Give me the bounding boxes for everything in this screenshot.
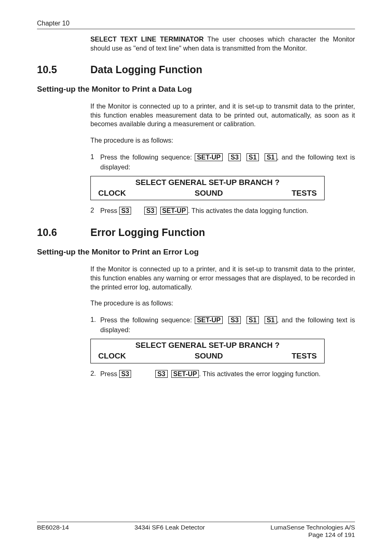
sec106-display-box: SELECT GENERAL SET-UP BRANCH ? CLOCK SOU… [90,339,325,363]
display-title: SELECT GENERAL SET-UP BRANCH ? [98,340,317,351]
sec105-step2-a: Press [100,207,119,214]
key-s3: S3 [119,370,131,378]
key-setup: SET-UP [160,207,188,215]
sec106-step1: 1. Press the following sequence: SET-UP … [90,315,355,335]
key-s1: S1 [265,153,277,161]
display-left: CLOCK [98,188,126,199]
display-mid: SOUND [195,351,223,361]
section-10-5-title: Data Logging Function [90,64,202,76]
section-10-6-number: 10.6 [37,227,90,238]
list-number: 1. [90,315,100,335]
footer-rule [37,522,355,522]
key-setup: SET-UP [195,153,223,161]
sec105-p1: If the Monitor is connected up to a prin… [90,102,355,129]
sec106-step2: 2. Press S3 S3 SET-UP. This activates th… [90,369,355,379]
sec106-step1-a: Press the following sequence: [100,316,195,324]
key-s3: S3 [119,207,131,215]
sec105-p2: The procedure is as follows: [90,136,355,145]
list-number: 1 [90,153,100,172]
sec105-step1: 1 Press the following sequence: SET-UP S… [90,153,355,172]
footer-left: BE6028-14 [37,524,69,539]
intro-lead-bold: SELECT TEXT LINE TERMINATOR [90,35,204,43]
section-10-5-sub1: Setting-up the Monitor to Print a Data L… [37,85,355,94]
header-rule [37,29,355,29]
footer-right-page: Page 124 of 191 [308,531,355,538]
key-s1: S1 [247,153,259,161]
display-title: SELECT GENERAL SET-UP BRANCH ? [98,177,317,188]
sec105-step1-a: Press the following sequence: [100,153,195,161]
sec105-step2: 2 Press S3 S3 SET-UP. This activates the… [90,206,355,215]
key-s3: S3 [228,316,241,324]
list-number: 2. [90,369,100,379]
section-10-6-sub1: Setting-up the Monitor to Print an Error… [37,247,355,257]
section-10-5-heading: 10.5 Data Logging Function [37,64,355,76]
key-setup: SET-UP [195,316,223,324]
page-footer: BE6028-14 3434i SF6 Leak Detector LumaSe… [37,522,355,539]
chapter-header: Chapter 10 [37,20,355,27]
display-right: TESTS [292,188,317,199]
sec106-step2-b: . This activates the error logging funct… [199,370,321,377]
footer-center: 3434i SF6 Leak Detector [134,524,205,539]
key-s1: S1 [247,316,259,324]
list-number: 2 [90,206,100,215]
key-setup: SET-UP [171,370,199,378]
sec105-step2-b: . This activates the data logging functi… [188,207,308,214]
footer-right-company: LumaSense Technologies A/S [270,524,355,531]
key-s3: S3 [144,207,157,215]
sec106-step2-a: Press [100,370,119,377]
section-10-6-title: Error Logging Function [90,227,205,238]
section-10-5-number: 10.5 [37,64,90,76]
section-10-6-heading: 10.6 Error Logging Function [37,227,355,238]
display-left: CLOCK [98,351,126,361]
sec105-display-box: SELECT GENERAL SET-UP BRANCH ? CLOCK SOU… [90,176,325,200]
display-mid: SOUND [195,188,223,199]
key-s3: S3 [228,153,241,161]
intro-paragraph: SELECT TEXT LINE TERMINATOR The user cho… [90,35,355,53]
key-s1: S1 [265,316,277,324]
display-right: TESTS [292,351,317,361]
key-s3: S3 [155,370,168,378]
sec106-p1: If the Monitor is connected up to a prin… [90,265,355,292]
sec106-p2: The procedure is as follows: [90,299,355,308]
